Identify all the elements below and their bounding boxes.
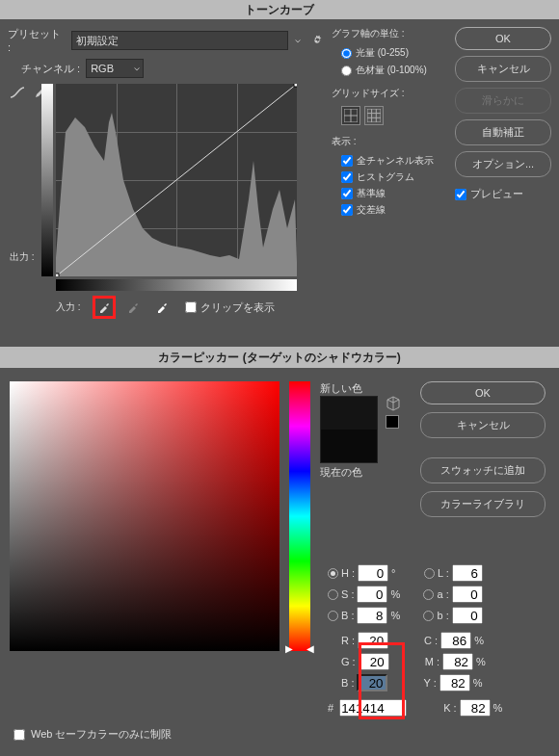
output-label: 出力 :: [10, 250, 35, 264]
k-input[interactable]: [460, 699, 491, 717]
eyedropper-white-icon[interactable]: [150, 296, 173, 319]
l-input[interactable]: [452, 564, 483, 582]
r-input[interactable]: [358, 632, 388, 649]
h-input[interactable]: [358, 564, 388, 582]
color-fields: H :° L : S :% a : B :% b : R : C :% G :: [328, 560, 549, 720]
curves-title-bar: トーンカーブ: [0, 0, 559, 19]
curve-line: [56, 84, 297, 276]
ok-button[interactable]: OK: [455, 27, 551, 50]
eyedropper-black-icon[interactable]: [93, 296, 116, 319]
lab-b-input[interactable]: [452, 607, 483, 624]
cancel-button[interactable]: キャンセル: [455, 56, 551, 82]
hue-slider[interactable]: ▶◀: [289, 381, 310, 651]
preset-select[interactable]: 初期設定: [71, 31, 288, 50]
curves-dialog: トーンカーブ プリセット : 初期設定 チャンネル : RGB: [0, 0, 559, 347]
c-input[interactable]: [440, 632, 471, 649]
axis-pigment-radio[interactable]: 色材量 (0-100%): [341, 64, 447, 77]
grid-size-label: グリッドサイズ :: [332, 87, 447, 100]
output-gradient: [41, 84, 53, 276]
a-input[interactable]: [452, 586, 483, 603]
warning-swatch[interactable]: [386, 415, 399, 429]
curve-graph[interactable]: [56, 84, 297, 276]
axis-label: グラフ軸の単位 :: [332, 27, 447, 40]
h-radio[interactable]: [328, 568, 338, 579]
a-radio[interactable]: [423, 589, 434, 600]
svg-rect-2: [294, 84, 297, 87]
color-swatch: [320, 396, 378, 463]
lab-b-radio[interactable]: [423, 611, 434, 621]
color-libraries-button[interactable]: カラーライブラリ: [420, 491, 546, 517]
blue-input[interactable]: [357, 674, 387, 691]
picker-cancel-button[interactable]: キャンセル: [420, 412, 546, 438]
input-label: 入力 :: [56, 300, 81, 314]
baseline-checkbox[interactable]: 基準線: [341, 187, 447, 200]
display-label: 表示 :: [332, 135, 447, 148]
gear-icon[interactable]: [310, 34, 324, 47]
picker-ok-button[interactable]: OK: [420, 381, 546, 404]
g-input[interactable]: [359, 653, 389, 670]
all-channels-checkbox[interactable]: 全チャンネル表示: [341, 154, 447, 168]
b-radio[interactable]: [328, 611, 338, 621]
svg-rect-6: [367, 109, 381, 122]
eyedropper-gray-icon[interactable]: [121, 296, 145, 319]
add-swatch-button[interactable]: スウォッチに追加: [420, 457, 546, 483]
smooth-button[interactable]: 滑らかに: [455, 88, 551, 114]
auto-button[interactable]: 自動補正: [455, 119, 551, 145]
picker-title-bar: カラーピッカー (ターゲットのシャドウカラー): [0, 347, 559, 368]
intersection-checkbox[interactable]: 交差線: [341, 203, 447, 217]
y-input[interactable]: [439, 674, 470, 691]
saturation-field[interactable]: [10, 381, 280, 651]
grid-4-icon[interactable]: [341, 106, 360, 125]
s-radio[interactable]: [328, 589, 338, 600]
new-color-swatch: [321, 397, 377, 430]
curve-tool-icon[interactable]: [8, 83, 27, 102]
preview-checkbox[interactable]: プレビュー: [455, 187, 551, 201]
preset-label: プリセット :: [8, 27, 66, 53]
color-picker-dialog: カラーピッカー (ターゲットのシャドウカラー) ▶◀ 新しい色 現在の色 OK: [0, 347, 559, 753]
svg-line-0: [56, 84, 297, 276]
hex-label: #: [328, 702, 333, 714]
channel-label: チャンネル :: [21, 62, 80, 76]
channel-select[interactable]: RGB: [86, 59, 144, 78]
svg-rect-1: [56, 274, 59, 276]
histogram-checkbox[interactable]: ヒストグラム: [341, 170, 447, 184]
grid-16-icon[interactable]: [364, 106, 384, 125]
m-input[interactable]: [442, 653, 473, 670]
current-color-swatch[interactable]: [321, 430, 377, 462]
brightness-input[interactable]: [357, 607, 387, 624]
hex-input[interactable]: [339, 699, 407, 717]
websafe-checkbox[interactable]: Web セーフカラーのみに制限: [13, 727, 172, 742]
input-gradient: [56, 279, 297, 291]
options-button[interactable]: オプション...: [455, 151, 551, 177]
axis-light-radio[interactable]: 光量 (0-255): [341, 46, 447, 60]
s-input[interactable]: [357, 586, 387, 603]
clip-checkbox[interactable]: クリップを表示: [185, 300, 275, 315]
cube-icon[interactable]: [386, 396, 401, 411]
l-radio[interactable]: [424, 568, 435, 579]
